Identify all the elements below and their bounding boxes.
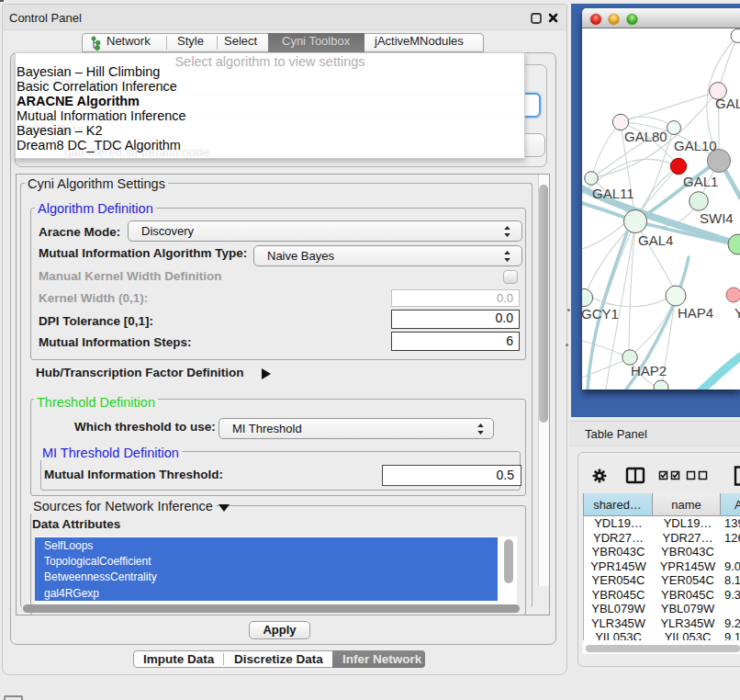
- svg-text:GAL80: GAL80: [624, 129, 667, 144]
- svg-text:GAL7: GAL7: [715, 96, 740, 111]
- svg-text:GAL10: GAL10: [674, 138, 717, 153]
- svg-text:Y: Y: [734, 305, 740, 321]
- svg-text:SWI4: SWI4: [700, 210, 734, 226]
- svg-text:GCY1: GCY1: [582, 306, 619, 322]
- svg-text:HAP2: HAP2: [631, 363, 667, 378]
- svg-text:GAL1: GAL1: [683, 174, 718, 189]
- svg-text:GAL11: GAL11: [592, 186, 634, 201]
- svg-text:GAL4: GAL4: [638, 232, 673, 248]
- svg-text:HAP4: HAP4: [678, 305, 713, 321]
